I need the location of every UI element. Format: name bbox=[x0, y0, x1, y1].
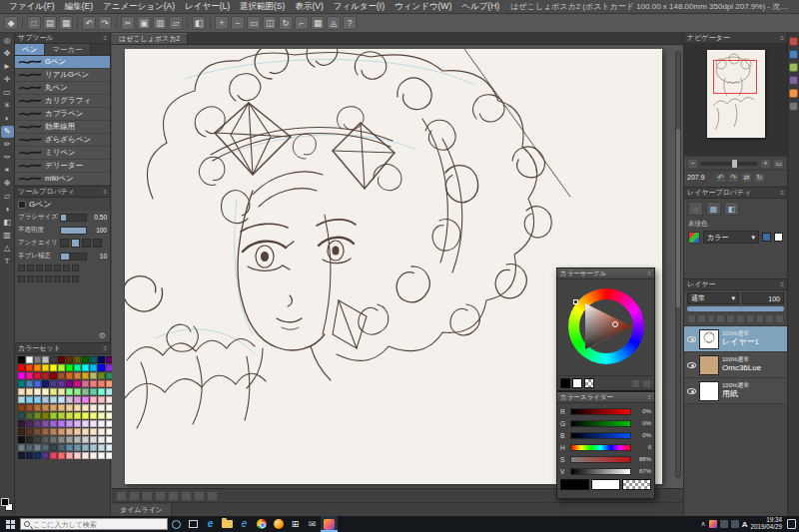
brush-ミリペン[interactable]: ミリペン bbox=[15, 147, 110, 160]
color-swatch[interactable] bbox=[50, 388, 57, 395]
main-sub-color-chips[interactable] bbox=[1, 498, 13, 511]
airbrush-tool-icon[interactable]: ✴ bbox=[1, 165, 14, 177]
internet-explorer-icon[interactable]: e bbox=[236, 516, 253, 532]
auto-select-tool-icon[interactable]: ✳ bbox=[1, 100, 14, 112]
sub-color-chip[interactable] bbox=[572, 378, 582, 388]
mail-icon[interactable]: ✉ bbox=[304, 516, 321, 532]
color-swatch[interactable] bbox=[74, 404, 81, 411]
color-swatch[interactable] bbox=[26, 372, 33, 379]
toolprop-slider[interactable] bbox=[60, 253, 87, 261]
subtool-tab-ペン[interactable]: ペン bbox=[15, 44, 45, 55]
color-swatch[interactable] bbox=[66, 420, 73, 427]
color-swatch[interactable] bbox=[58, 404, 65, 411]
rotate-left-button[interactable]: ↶ bbox=[715, 173, 726, 183]
color-swatch[interactable] bbox=[82, 364, 89, 371]
color-swatch[interactable] bbox=[90, 372, 97, 379]
lock-icon[interactable] bbox=[756, 314, 765, 323]
toolprop-slider[interactable] bbox=[60, 227, 87, 235]
menu-表示(V)[interactable]: 表示(V) bbox=[290, 1, 328, 13]
color-swatch[interactable] bbox=[66, 364, 73, 371]
color-swatch[interactable] bbox=[18, 452, 25, 459]
color-swatch[interactable] bbox=[18, 396, 25, 403]
new-folder-icon[interactable] bbox=[697, 314, 706, 323]
snap-special-icon[interactable]: ◬ bbox=[327, 16, 341, 30]
timeline-settings-icon[interactable] bbox=[207, 491, 218, 501]
toolprop-setting-toggle[interactable] bbox=[72, 265, 79, 271]
color-swatch[interactable] bbox=[74, 420, 81, 427]
color-swatch[interactable] bbox=[74, 436, 81, 443]
material-image-icon[interactable] bbox=[789, 89, 798, 98]
hue-cursor[interactable] bbox=[573, 299, 578, 304]
menu-編集(E)[interactable]: 編集(E) bbox=[60, 1, 98, 13]
color-swatch[interactable] bbox=[42, 420, 49, 427]
color-swatch[interactable] bbox=[66, 356, 73, 363]
tray-network-icon[interactable] bbox=[731, 520, 739, 528]
color-swatch[interactable] bbox=[74, 428, 81, 435]
figure-tool-icon[interactable]: △ bbox=[1, 243, 14, 255]
color-swatch[interactable] bbox=[58, 452, 65, 459]
color-swatch[interactable] bbox=[50, 452, 57, 459]
onion-skin-icon[interactable] bbox=[181, 491, 192, 501]
slider-bar[interactable] bbox=[570, 408, 631, 415]
color-swatch[interactable] bbox=[18, 372, 25, 379]
eraser-tool-icon[interactable]: ▱ bbox=[1, 191, 14, 203]
color-swatch[interactable] bbox=[58, 396, 65, 403]
panel-menu-icon[interactable]: ≡ bbox=[647, 394, 651, 400]
panel-menu-icon[interactable]: ≡ bbox=[780, 281, 784, 287]
antialias-toggle[interactable] bbox=[93, 239, 102, 248]
color-swatch[interactable] bbox=[58, 372, 65, 379]
color-swatch[interactable] bbox=[42, 380, 49, 387]
open-file-icon[interactable]: ▤ bbox=[43, 16, 57, 30]
scrollbar-thumb[interactable] bbox=[676, 129, 680, 307]
color-swatch[interactable] bbox=[58, 428, 65, 435]
color-swatch[interactable] bbox=[34, 356, 41, 363]
firefox-icon[interactable] bbox=[270, 516, 287, 532]
new-file-icon[interactable]: □ bbox=[27, 16, 41, 30]
color-swatch[interactable] bbox=[34, 380, 41, 387]
timeline-new-icon[interactable] bbox=[116, 491, 127, 501]
color-swatch[interactable] bbox=[90, 444, 97, 451]
color-swatch[interactable] bbox=[50, 444, 57, 451]
toolprop-setting-toggle[interactable] bbox=[18, 275, 25, 282]
duplicate-layer-icon[interactable] bbox=[707, 314, 716, 323]
color-swatch[interactable] bbox=[82, 388, 89, 395]
color-swatch[interactable] bbox=[66, 412, 73, 419]
color-swatch[interactable] bbox=[82, 428, 89, 435]
color-swatch[interactable] bbox=[42, 452, 49, 459]
text-tool-icon[interactable]: T bbox=[1, 256, 14, 267]
rotate-right-button[interactable]: ↷ bbox=[728, 173, 739, 183]
color-swatch[interactable] bbox=[98, 412, 105, 419]
merge-down-icon[interactable] bbox=[716, 314, 725, 323]
color-swatch[interactable] bbox=[18, 356, 25, 363]
document-tab[interactable]: はぜこしょポスカ2 bbox=[112, 33, 188, 44]
slider-bar[interactable] bbox=[570, 444, 631, 451]
action-center-icon[interactable] bbox=[787, 519, 796, 529]
flip-horizontal-button[interactable]: ⇄ bbox=[741, 173, 752, 183]
undo-icon[interactable]: ↶ bbox=[82, 16, 96, 30]
selection-tool-icon[interactable]: ▭ bbox=[1, 87, 14, 99]
material-monochrome-icon[interactable] bbox=[789, 63, 798, 72]
toolprop-setting-toggle[interactable] bbox=[45, 275, 52, 282]
panel-menu-icon[interactable]: ≡ bbox=[103, 35, 107, 41]
color-swatch[interactable] bbox=[74, 396, 81, 403]
hls-mode-icon[interactable] bbox=[642, 379, 651, 388]
layer-color-effect-icon[interactable]: ◧ bbox=[724, 202, 739, 216]
layer-row-Omc36Lue[interactable]: 100%通常Omc36Lue bbox=[684, 352, 787, 378]
expression-color-select[interactable]: カラー ▾ bbox=[703, 231, 759, 244]
layer-visible-eye-icon[interactable] bbox=[687, 336, 696, 342]
color-swatch[interactable] bbox=[74, 380, 81, 387]
fill-tool-icon[interactable]: ◧ bbox=[1, 217, 14, 229]
material-3d-icon[interactable] bbox=[789, 102, 798, 111]
snap-grid-icon[interactable]: ▦ bbox=[311, 16, 325, 30]
color-swatch[interactable] bbox=[50, 396, 57, 403]
color-swatch[interactable] bbox=[66, 388, 73, 395]
help-icon[interactable]: ? bbox=[343, 16, 357, 30]
color-swatch[interactable] bbox=[26, 380, 33, 387]
color-swatch[interactable] bbox=[42, 396, 49, 403]
menu-ファイル(F)[interactable]: ファイル(F) bbox=[4, 1, 60, 13]
color-swatch[interactable] bbox=[90, 436, 97, 443]
subtool-tab-マーカー[interactable]: マーカー bbox=[45, 44, 90, 55]
color-swatch[interactable] bbox=[42, 372, 49, 379]
snap-ruler-icon[interactable]: ⌐ bbox=[295, 16, 309, 30]
blend-mode-select[interactable]: 通常 ▾ bbox=[687, 292, 739, 304]
